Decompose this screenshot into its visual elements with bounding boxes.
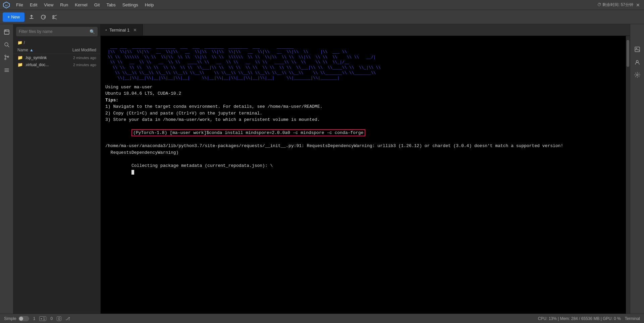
- term-line-ubuntu: Ubuntu 18.04.6 LTS, CUDA-10.2: [105, 90, 621, 97]
- right-panel-settings-icon[interactable]: [632, 70, 642, 80]
- sidebar-menu-icon[interactable]: [2, 65, 12, 75]
- svg-point-10: [5, 55, 6, 56]
- git-indicator: 0: [50, 316, 53, 321]
- svg-point-19: [636, 60, 638, 62]
- right-panel: [630, 24, 644, 314]
- svg-point-8: [5, 43, 8, 46]
- file-name: .virtual_doc...: [25, 62, 59, 67]
- file-date: 2 minutes ago: [59, 56, 96, 60]
- file-list: 📁 .lsp_symlink 2 minutes ago 📁 .virtual_…: [13, 54, 100, 314]
- file-name: .lsp_symlink: [25, 55, 59, 60]
- svg-point-3: [53, 15, 54, 17]
- terminal-label: Terminal: [625, 316, 640, 321]
- svg-rect-7: [4, 30, 9, 34]
- term-line-tips: Tips:: [105, 97, 621, 104]
- command-line: (PyTorch-1.8) [ma-user work]$conda insta…: [105, 123, 621, 143]
- breadcrumb-path: /: [24, 40, 25, 45]
- folder-icon: 📁: [17, 62, 23, 67]
- menu-git[interactable]: Git: [92, 2, 103, 8]
- svg-point-20: [636, 74, 638, 76]
- highlighted-command: (PyTorch-1.8) [ma-user work]$conda insta…: [131, 129, 365, 136]
- column-name-header[interactable]: Name ▲: [17, 48, 59, 52]
- term-line-user: Using user ma-user: [105, 84, 621, 91]
- upload-button[interactable]: [26, 12, 37, 22]
- menu-settings[interactable]: Settings: [120, 2, 141, 8]
- window-close-button[interactable]: ✕: [635, 2, 641, 8]
- terminal-area: ▪ Terminal 1 ✕ ___ ___ ________ ________…: [101, 24, 630, 314]
- menu-view[interactable]: View: [41, 2, 56, 8]
- menu-kernel[interactable]: Kernel: [72, 2, 90, 8]
- svg-point-18: [636, 48, 637, 49]
- svg-line-6: [54, 18, 57, 19]
- git-count: 0: [58, 317, 60, 321]
- search-input[interactable]: [19, 29, 90, 34]
- svg-point-11: [5, 58, 6, 60]
- timer-label: ⏱ 剩余时间: 57分钟: [597, 2, 633, 8]
- svg-line-9: [8, 46, 9, 47]
- menubar: M File Edit View Run Kernel Git Tabs Set…: [0, 0, 644, 10]
- main-area: 🔍 📁 / Name ▲ Last Modified 📁 .lsp_symlin…: [0, 24, 644, 314]
- branch-icon: ⎇: [65, 316, 70, 321]
- menu-run[interactable]: Run: [57, 2, 71, 8]
- scrollbar-thumb[interactable]: [627, 40, 629, 67]
- search-bar: 🔍: [16, 27, 98, 36]
- kernel-badge: ▪ 1: [39, 316, 46, 321]
- git-badge: 0: [57, 316, 61, 321]
- menu-help[interactable]: Help: [142, 2, 157, 8]
- svg-text:M: M: [5, 4, 8, 7]
- terminal-tab-label: Terminal 1: [109, 28, 129, 33]
- mode-toggle-wrap: Simple: [4, 316, 29, 321]
- sidebar-files-icon[interactable]: [2, 27, 12, 37]
- toggle-knob: [19, 317, 23, 321]
- toolbar: + New: [0, 10, 644, 24]
- svg-rect-17: [635, 47, 640, 52]
- new-button[interactable]: + New: [3, 12, 24, 22]
- svg-point-4: [53, 17, 54, 19]
- kernel-number: 1: [33, 316, 36, 321]
- terminal-cursor: [131, 170, 134, 175]
- sidebar-search-icon[interactable]: [2, 40, 12, 50]
- file-row[interactable]: 📁 .virtual_doc... 2 minutes ago: [13, 61, 100, 68]
- collecting-line: Collecting package metadata (current_rep…: [105, 156, 621, 182]
- sidebar-icons: [0, 24, 13, 314]
- system-stats: CPU: 13% | Mem: 284 / 65536 MB | GPU: 0 …: [538, 316, 621, 321]
- term-line-tip3: 3) Store your data in /home/ma-user/work…: [105, 117, 621, 123]
- right-panel-user-icon[interactable]: [632, 57, 642, 67]
- terminal-tab-1[interactable]: ▪ Terminal 1 ✕: [101, 24, 143, 36]
- folder-icon: 📁: [17, 55, 23, 60]
- right-panel-image-icon[interactable]: [632, 44, 642, 54]
- mode-toggle[interactable]: [18, 316, 29, 321]
- statusbar: Simple 1 ▪ 1 0 0 ⎇ CPU: 13% | Mem: 284 /…: [0, 314, 644, 323]
- file-panel: 🔍 📁 / Name ▲ Last Modified 📁 .lsp_symlin…: [13, 24, 101, 314]
- menu-edit[interactable]: Edit: [27, 2, 40, 8]
- kernel-count: 1: [43, 317, 45, 321]
- git-status: 0: [50, 316, 53, 321]
- breadcrumb: 📁 /: [13, 39, 100, 46]
- ascii-art: ___ ___ ________ ________ ___ ___ ______…: [105, 39, 621, 81]
- file-list-header: Name ▲ Last Modified: [13, 46, 100, 54]
- file-row[interactable]: 📁 .lsp_symlink 2 minutes ago: [13, 54, 100, 61]
- app-logo: M: [3, 1, 10, 9]
- file-date: 2 minutes ago: [59, 63, 96, 67]
- folder-icon: 📁: [17, 40, 22, 45]
- menu-file[interactable]: File: [13, 2, 26, 8]
- term-line-tip2: 2) Copy (Ctrl+C) and paste (Ctrl+V) on t…: [105, 110, 621, 117]
- sort-asc-icon: ▲: [30, 48, 34, 52]
- sidebar-git-icon[interactable]: [2, 52, 12, 62]
- terminal-scrollbar[interactable]: [626, 36, 630, 314]
- terminal-tabs: ▪ Terminal 1 ✕: [101, 24, 630, 36]
- refresh-button[interactable]: [39, 12, 48, 22]
- search-icon: 🔍: [90, 29, 95, 34]
- warning-line2: RequestsDependencyWarning): [105, 149, 621, 156]
- warning-line: /home/ma-user/anaconda3/lib/python3.7/si…: [105, 143, 621, 149]
- kernel-icon: ▪: [41, 317, 42, 321]
- column-modified-header[interactable]: Last Modified: [59, 48, 96, 52]
- terminal-tab-icon: ▪: [105, 28, 107, 32]
- term-line-tip1: 1) Navigate to the target conda environm…: [105, 103, 621, 110]
- terminal-tab-close[interactable]: ✕: [132, 27, 138, 33]
- scissors-button[interactable]: [50, 12, 59, 22]
- terminal-content[interactable]: ___ ___ ________ ________ ___ ___ ______…: [101, 36, 626, 314]
- svg-line-5: [54, 15, 57, 16]
- menu-tabs[interactable]: Tabs: [104, 2, 118, 8]
- mode-label: Simple: [4, 316, 16, 321]
